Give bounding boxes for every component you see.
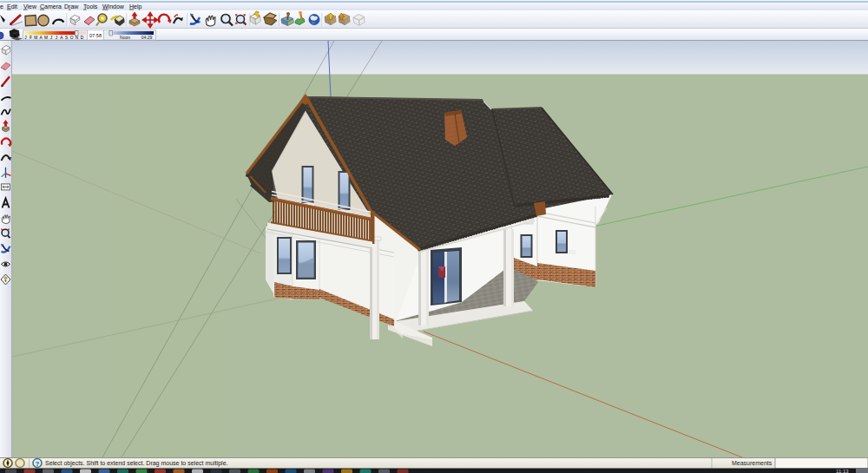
svg-text:M: M — [34, 36, 37, 40]
svg-text:D: D — [81, 36, 84, 40]
svg-text:O: O — [70, 36, 74, 40]
svg-text:Draw: Draw — [64, 3, 79, 10]
svg-text:Noon: Noon — [120, 35, 130, 40]
svg-text:F: F — [30, 36, 32, 40]
svg-text:S: S — [65, 36, 68, 40]
svg-text:04:29: 04:29 — [141, 35, 153, 40]
svg-text:M: M — [44, 36, 48, 40]
svg-text:Camera: Camera — [40, 3, 62, 10]
svg-text:Tools: Tools — [83, 3, 98, 10]
svg-text:Edit: Edit — [7, 3, 17, 10]
svg-text:07:58: 07:58 — [89, 33, 102, 38]
svg-text:N: N — [76, 36, 79, 40]
svg-text:Select objects. Shift to exten: Select objects. Shift to extend select. … — [45, 460, 228, 467]
svg-text:Help: Help — [129, 3, 142, 10]
svg-text:Window: Window — [102, 3, 125, 10]
svg-text:Measurements: Measurements — [732, 460, 773, 466]
svg-text:?: ? — [36, 460, 40, 468]
svg-text:11:13: 11:13 — [836, 469, 849, 473]
svg-text:e: e — [0, 3, 3, 10]
svg-text:View: View — [23, 3, 37, 10]
